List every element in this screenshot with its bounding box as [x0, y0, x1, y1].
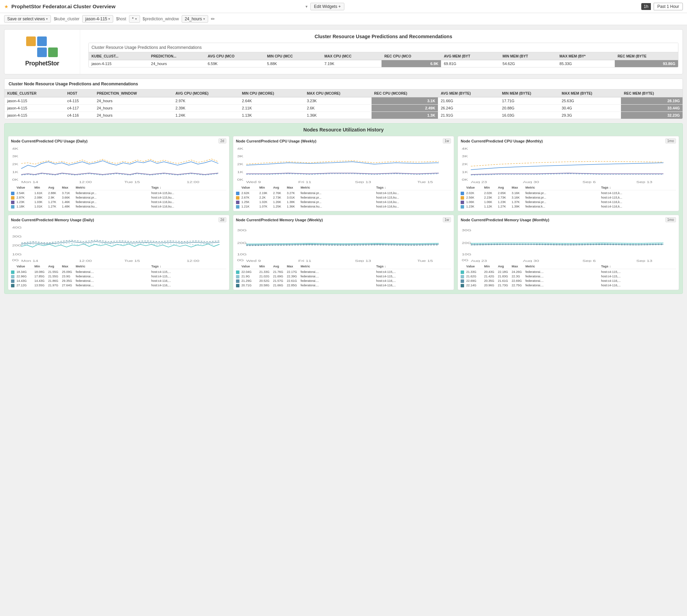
cpu-monthly-svg: 4K 3K 2K 1K 0K Aug 23 Aug 30 Sep 6 Sep 1…: [461, 146, 676, 183]
svg-text:2K: 2K: [237, 162, 244, 166]
mem-monthly-area: 30G 20G 10G 0G Aug 23 Aug 30 Sep 6 Sep 1…: [458, 224, 679, 262]
svg-text:0K: 0K: [237, 178, 244, 181]
prediction-window-selector[interactable]: 24_hours ▾: [182, 15, 208, 23]
kube-cluster-value: jason-4-115: [85, 17, 107, 21]
svg-text:0G: 0G: [462, 258, 469, 262]
mem-daily-legend-rows: 18.34G 18.08G 21.55G 25.09G federatorai.…: [11, 270, 226, 288]
legend-row-3: 1.18K 1.01K 1.27K 1.48K federatorai.ku..…: [11, 204, 226, 209]
mem-daily-header: Node Current/Predicted Memory Usage (Dai…: [8, 215, 229, 224]
node-resource-section: Cluster Node Resource Usage Predictions …: [4, 78, 683, 119]
svg-text:0K: 0K: [462, 178, 469, 181]
time-range[interactable]: Past 1 Hour: [654, 3, 683, 10]
legend-color: [236, 196, 239, 200]
legend-row-3: 22.14G 20.96G 21.73G 22.75G federatorai.…: [461, 283, 676, 288]
col-min-mem: MIN MEM (BYT: [500, 52, 557, 60]
svg-text:Tue 15: Tue 15: [124, 259, 140, 262]
legend-color: [236, 275, 239, 278]
cpu-daily-header: Node Current/Predicted CPU Usage (Daily)…: [8, 136, 229, 146]
cpu-weekly-legend-header: ValueMinAvgMaxMetricTags ↓: [236, 185, 451, 190]
logo-square-2: [37, 36, 47, 46]
col-avg-mem: AVG MEM (BYT: [441, 52, 500, 60]
kube-cluster-label: $kube_cluster: [54, 17, 79, 21]
mem-monthly-badge: 1mo: [665, 217, 676, 222]
legend-color: [461, 270, 464, 274]
mem-monthly-legend-header: ValueMinAvgMaxMetricTags ↓: [461, 264, 676, 269]
host-label: $host: [116, 17, 126, 21]
svg-text:Mon 14: Mon 14: [21, 259, 39, 262]
node-col-rec-mem: REC MEM (BYTE): [621, 89, 683, 97]
svg-text:Aug 30: Aug 30: [523, 180, 539, 183]
svg-text:1K: 1K: [237, 170, 244, 174]
legend-color: [236, 201, 239, 204]
svg-text:Fri 11: Fri 11: [298, 180, 311, 183]
svg-text:Wed 9: Wed 9: [246, 180, 261, 183]
svg-text:Tue 15: Tue 15: [417, 180, 433, 183]
cluster-table-wrap: Cluster Resource Usage Predictions and R…: [88, 43, 678, 67]
cpu-weekly-area: 4K 3K 2K 1K 0K Wed 9 Fri 11 Sep 13 Tue 1…: [233, 146, 454, 183]
cpu-monthly-header: Node Current/Predicted CPU Usage (Monthl…: [458, 136, 679, 146]
svg-text:Tue 15: Tue 15: [417, 259, 433, 262]
views-caret: ▾: [46, 17, 48, 21]
svg-text:Aug 23: Aug 23: [471, 259, 487, 262]
legend-row-3: 20.71G 20.58G 21.66G 22.85G federatorai.…: [236, 283, 451, 288]
charts-section: Nodes Resource Utilization History Node …: [4, 123, 683, 294]
kube-cluster-selector[interactable]: jason-4-115 ▾: [82, 15, 113, 23]
views-selector[interactable]: Save or select views ▾: [4, 15, 51, 23]
node-resource-title: Cluster Node Resource Usage Predictions …: [4, 79, 683, 89]
cpu-daily-svg: 4K 3K 2K 1K 0K Mon 14 12: [11, 146, 226, 183]
legend-row-2: 22.69G 20.35G 21.61G 22.69G federatorai.…: [461, 279, 676, 283]
cell-max-cpu: 7.19K: [322, 60, 382, 67]
svg-text:Mon 14: Mon 14: [21, 180, 39, 183]
legend-color: [11, 270, 14, 274]
logo-square-6: [48, 47, 58, 57]
cluster-resource-table: KUBE_CLUST... PREDICTION... AVG CPU (MCO…: [89, 52, 678, 67]
host-selector[interactable]: * ▾: [129, 15, 140, 23]
cpu-monthly-area: 4K 3K 2K 1K 0K Aug 23 Aug 30 Sep 6 Sep 1…: [458, 146, 679, 183]
mem-weekly-badge: 1w: [443, 217, 451, 222]
legend-color: [461, 201, 464, 204]
svg-text:Tue 15: Tue 15: [124, 180, 140, 183]
cpu-weekly-header: Node Current/Predicted CPU Usage (Weekly…: [233, 136, 454, 146]
logo-square-3: [48, 36, 58, 46]
svg-text:40G: 40G: [12, 226, 22, 229]
col-prediction: PREDICTION...: [148, 52, 205, 60]
logo-square-4: [26, 47, 36, 57]
node-resource-row-0: jason-4-115 c4-115 24_hours 2.97K 2.64K …: [4, 97, 683, 105]
mem-weekly-legend: ValueMinAvgMaxMetricTags ↓ 22.04G 21.33G…: [233, 262, 454, 290]
mem-daily-title: Node Current/Predicted Memory Usage (Dai…: [11, 218, 94, 222]
edit-widgets-button[interactable]: Edit Widgets +: [310, 3, 345, 10]
svg-text:Wed 9: Wed 9: [246, 259, 261, 262]
node-col-avg-cpu: AVG CPU (MCORE): [173, 89, 239, 97]
svg-text:0G: 0G: [237, 258, 244, 262]
logo-squares: [25, 36, 59, 57]
legend-row-0: 2.02K 2.02K 2.65K 3.16K federatorai.pr..…: [461, 191, 676, 195]
legend-row-2: 21.29G 20.52G 21.57G 22.61G federatorai.…: [236, 279, 451, 283]
svg-text:Sep 13: Sep 13: [636, 180, 653, 183]
pencil-icon[interactable]: ✏: [211, 16, 215, 22]
legend-row-1: 21.9G 21.02G 21.69G 22.39G federatorai..…: [236, 274, 451, 279]
legend-row-2: 14.43G 14.43G 21.86G 29.35G federatorai.…: [11, 279, 226, 283]
col-min-cpu: MIN CPU (MCC: [264, 52, 322, 60]
cluster-resource-section: ProphetStor Cluster Resource Usage Predi…: [4, 29, 683, 74]
legend-color: [11, 279, 14, 283]
legend-color: [461, 196, 464, 200]
legend-color: [11, 201, 14, 204]
legend-color: [11, 205, 14, 209]
cpu-weekly-title: Node Current/Predicted CPU Usage (Weekly…: [236, 139, 316, 143]
svg-text:12:00: 12:00: [186, 180, 199, 183]
node-col-prediction: PREDICTION_WINDOW: [94, 89, 173, 97]
mem-weekly-legend-header: ValueMinAvgMaxMetricTags ↓: [236, 264, 451, 269]
cpu-daily-title: Node Current/Predicted CPU Usage (Daily): [11, 139, 88, 143]
legend-color: [236, 279, 239, 283]
svg-text:0G: 0G: [12, 258, 19, 262]
svg-text:Sep 6: Sep 6: [582, 180, 596, 183]
legend-color: [461, 192, 464, 195]
cell-prediction: 24_hours: [148, 60, 205, 67]
svg-text:3K: 3K: [12, 155, 19, 158]
filter-bar: Save or select views ▾ $kube_cluster jas…: [0, 13, 687, 25]
svg-text:12:00: 12:00: [79, 180, 92, 183]
mem-weekly-legend-rows: 22.04G 21.33G 21.76G 22.17G federatorai.…: [236, 270, 451, 288]
mem-weekly-chart: Node Current/Predicted Memory Usage (Wee…: [233, 215, 454, 290]
cpu-daily-legend-rows: 2.54K 1.61K 2.88K 3.71K federatorai.pr..…: [11, 191, 226, 209]
svg-text:10G: 10G: [462, 253, 472, 256]
